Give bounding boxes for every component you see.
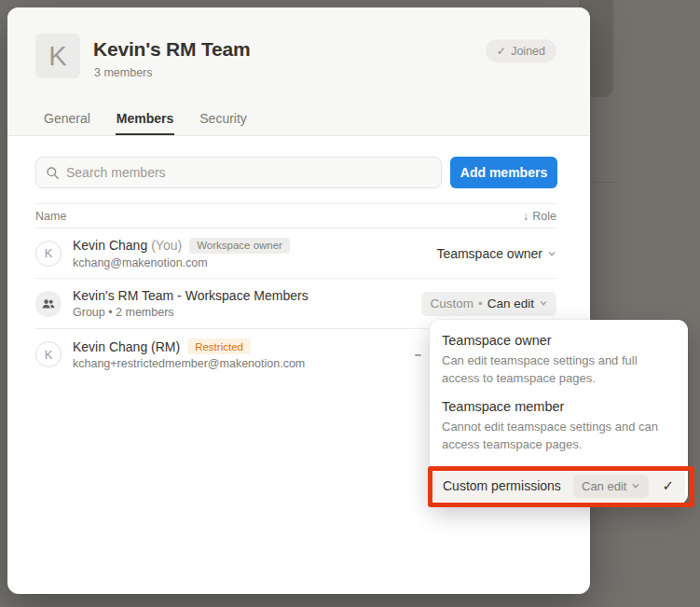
role-column-header[interactable]: ↓ Role [523, 210, 556, 223]
role-value: Teamspace owner [436, 246, 542, 261]
occluded-role-fragment [415, 354, 421, 356]
sort-descending-icon: ↓ [523, 210, 528, 223]
can-edit-dropdown[interactable]: Can edit [573, 475, 649, 498]
member-email: kchang@makenotion.com [73, 256, 436, 269]
member-name-suffix: (You) [151, 238, 182, 253]
tab-members[interactable]: Members [116, 111, 174, 135]
role-pill-value: Can edit [487, 297, 534, 310]
teamspace-settings-modal: K Kevin's RM Team 3 members ✓ Joined Gen… [7, 7, 590, 594]
avatar: K [35, 241, 62, 267]
member-name: Kevin Chang (RM) [73, 339, 180, 354]
joined-badge-label: Joined [511, 45, 545, 58]
role-dropdown-trigger[interactable]: Teamspace owner [436, 246, 556, 261]
menu-item-title: Teamspace member [442, 397, 676, 416]
teamspace-avatar[interactable]: K [35, 34, 80, 78]
menu-item-teamspace-member[interactable]: Teamspace member Cannot edit teamspace s… [430, 393, 688, 459]
tab-general[interactable]: General [43, 111, 91, 135]
chevron-down-icon [539, 297, 548, 310]
role-pill-separator: • [478, 297, 483, 310]
avatar-letter: K [45, 348, 53, 362]
avatar: K [35, 341, 62, 367]
workspace-owner-badge: Workspace owner [189, 238, 290, 254]
check-icon: ✓ [662, 477, 674, 494]
menu-item-custom-permissions[interactable]: Custom permissions Can edit ✓ [432, 470, 685, 502]
chevron-down-icon [547, 246, 556, 261]
modal-header: K Kevin's RM Team 3 members ✓ Joined Gen… [7, 7, 590, 136]
teamspace-avatar-letter: K [48, 41, 66, 72]
tab-bar: General Members Security [43, 111, 248, 135]
teamspace-title: Kevin's RM Team [93, 38, 251, 61]
custom-permissions-label: Custom permissions [443, 478, 561, 493]
menu-item-title: Teamspace owner [442, 331, 676, 350]
search-members-box [35, 157, 442, 188]
avatar-letter: K [45, 246, 53, 260]
group-subtitle: Group • 2 members [73, 306, 421, 319]
joined-badge[interactable]: ✓ Joined [486, 39, 556, 62]
role-pill-prefix: Custom [430, 297, 474, 310]
restricted-badge: Restricted [187, 338, 251, 354]
role-dropdown-menu: Teamspace owner Can edit teamspace setti… [430, 320, 688, 504]
add-members-button[interactable]: Add members [450, 157, 557, 188]
menu-item-description: Cannot edit teamspace settings and can a… [442, 418, 676, 453]
name-column-header: Name [35, 210, 66, 223]
member-count: 3 members [94, 66, 153, 79]
table-row: K Kevin Chang (You) Workspace owner kcha… [35, 228, 556, 279]
table-header: Name ↓ Role [35, 203, 556, 228]
member-info: Kevin Chang (You) Workspace owner kchang… [73, 238, 436, 269]
tab-security[interactable]: Security [199, 111, 248, 135]
can-edit-value: Can edit [582, 479, 626, 493]
menu-item-description: Can edit teamspace settings and full acc… [442, 352, 676, 387]
role-dropdown-trigger[interactable]: Custom • Can edit [421, 292, 556, 316]
chevron-down-icon [631, 479, 640, 493]
group-icon [35, 291, 62, 317]
member-name: Kevin's RM Team - Workspace Members [73, 288, 309, 303]
check-icon: ✓ [497, 44, 506, 58]
search-members-input[interactable] [66, 165, 432, 180]
menu-item-teamspace-owner[interactable]: Teamspace owner Can edit teamspace setti… [430, 326, 688, 393]
role-column-label: Role [532, 210, 556, 223]
background-divider-fragment [590, 182, 616, 183]
member-info: Kevin's RM Team - Workspace Members Grou… [73, 288, 421, 319]
search-icon [46, 166, 60, 180]
member-name: Kevin Chang [73, 238, 147, 253]
